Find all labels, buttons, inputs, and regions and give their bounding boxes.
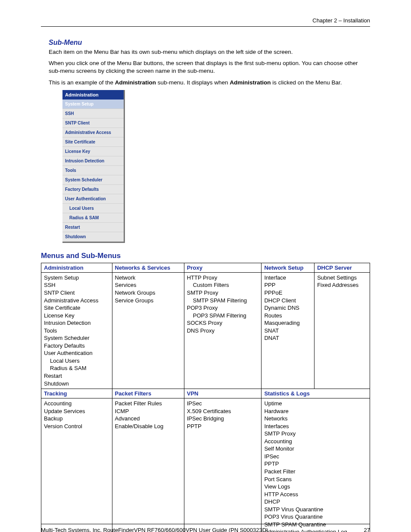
submenu-item[interactable]: Factory Defaults [62, 185, 124, 194]
col-header: Administration [41, 263, 112, 272]
cell-line: Factory Defaults [44, 342, 85, 349]
submenu-item[interactable]: System Scheduler [62, 175, 124, 185]
cell-line: System Setup [44, 274, 79, 281]
cell-line: X.509 Certificates [187, 408, 231, 414]
cell-line-indent: Local Users [44, 357, 109, 365]
table-cell: System Setup SSH SNTP Client Administrat… [41, 272, 112, 389]
col-header: VPN [184, 389, 262, 398]
submenu-item[interactable]: Intrusion Detection [62, 156, 124, 166]
paragraph: When you click one of the Menu Bar butto… [49, 59, 370, 75]
submenu-item[interactable]: System Setup [62, 100, 124, 109]
submenu-item[interactable]: SSH [62, 109, 124, 118]
menus-heading: Menus and Sub-Menus [41, 252, 370, 260]
cell-line: View Logs [264, 483, 290, 490]
footer-text: Multi-Tech Systems, Inc. RouteFinderVPN … [41, 527, 268, 532]
col-header: DHCP Server [314, 263, 370, 272]
col-header: Networks & Services [112, 263, 184, 272]
table-cell: IPSec X.509 Certificates IPSec Bridging … [184, 398, 262, 532]
col-header: Tracking [41, 389, 112, 398]
cell-line: Backup [44, 415, 62, 422]
cell-line: Routes [264, 312, 282, 319]
text: is clicked on the Menu Bar. [271, 79, 342, 86]
cell-line: PPPoE [264, 289, 282, 296]
submenu-item[interactable]: Shutdown [62, 232, 124, 242]
cell-line: Service Groups [115, 297, 154, 304]
cell-line: Intrusion Detection [44, 320, 90, 326]
submenu-subitem[interactable]: Radius & SAM [62, 213, 124, 223]
cell-line: SMTP Proxy [187, 289, 218, 296]
cell-line: Port Scans [264, 476, 292, 482]
cell-line: Network Groups [115, 289, 156, 296]
col-header: Network Setup [262, 263, 314, 272]
table-row: System Setup SSH SNTP Client Administrat… [41, 272, 370, 389]
table-cell: Network Services Network Groups Service … [112, 272, 184, 389]
cell-line: Site Certificate [44, 305, 81, 311]
cell-line: SMTP Virus Quarantine [264, 506, 323, 513]
col-header: Proxy [184, 263, 262, 272]
footer-rule [41, 524, 370, 524]
header-rule [41, 26, 370, 27]
cell-line: SMTP Proxy [264, 430, 296, 437]
table-cell: Accounting Update Services Backup Versio… [41, 398, 112, 532]
text: This is an example of the [49, 79, 115, 86]
submenu-panel: Administration System Setup SSH SNTP Cli… [62, 90, 125, 243]
cell-line: Restart [44, 373, 62, 379]
submenu-item[interactable]: User Authentication [62, 194, 124, 204]
cell-line: Administrative Access [44, 297, 98, 304]
col-header: Packet Filters [112, 389, 184, 398]
cell-line: Subnet Settings [317, 274, 357, 281]
cell-line: IPSec [264, 453, 279, 460]
cell-line: SNAT [264, 327, 279, 334]
table-cell: Uptime Hardware Networks Interfaces SMTP… [262, 398, 370, 532]
text-bold: Administration [230, 79, 271, 86]
cell-line: IPSec [187, 400, 202, 407]
cell-line: Self Monitor [264, 445, 294, 452]
cell-line: DNS Proxy [187, 327, 215, 334]
submenu-header: Administration [62, 90, 124, 100]
page-number: 27 [364, 527, 370, 532]
cell-line: Update Services [44, 408, 85, 414]
cell-line: Enable/Disable Log [115, 423, 164, 429]
paragraph: This is an example of the Administration… [49, 79, 370, 87]
cell-line: Shutdown [44, 380, 69, 387]
cell-line: Services [115, 282, 137, 288]
cell-line: Packet Filter [264, 468, 295, 475]
cell-line: SOCKS Proxy [187, 320, 222, 326]
cell-line-indent: Custom Filters [187, 281, 259, 289]
cell-line: License Key [44, 312, 75, 319]
page-footer: Multi-Tech Systems, Inc. RouteFinderVPN … [41, 524, 370, 532]
cell-line: Fixed Addresses [317, 282, 358, 288]
cell-line: Version Control [44, 423, 82, 429]
text: sub-menu. It displays when [156, 79, 230, 86]
cell-line: PPP [264, 282, 275, 288]
cell-line: Interfaces [264, 423, 289, 429]
table-cell: Interface PPP PPPoE DHCP Client Dynamic … [262, 272, 314, 389]
cell-line: Accounting [264, 438, 292, 445]
table-row: Accounting Update Services Backup Versio… [41, 398, 370, 532]
submenu-item[interactable]: Tools [62, 166, 124, 175]
cell-line: Advanced [115, 415, 140, 422]
chapter-label: Chapter 2 – Installation [41, 17, 370, 24]
cell-line: Packet Filter Rules [115, 400, 162, 407]
col-header: Statistics & Logs [262, 389, 370, 398]
submenu-item[interactable]: Administrative Access [62, 128, 124, 137]
submenu-item[interactable]: License Key [62, 147, 124, 156]
cell-line: Uptime [264, 400, 282, 407]
cell-line: System Scheduler [44, 335, 90, 341]
table-cell: HTTP Proxy Custom Filters SMTP Proxy SMT… [184, 272, 262, 389]
table-header-row: Administration Networks & Services Proxy… [41, 263, 370, 272]
sub-menu-heading: Sub-Menu [49, 39, 370, 47]
submenu-item[interactable]: Restart [62, 223, 124, 232]
cell-line-indent: Radius & SAM [44, 364, 109, 372]
cell-line: User Authentication [44, 350, 93, 356]
cell-line: Masquerading [264, 320, 299, 326]
submenu-item[interactable]: SNTP Client [62, 118, 124, 128]
cell-line: Interface [264, 274, 286, 281]
cell-line: HTTP Proxy [187, 274, 218, 281]
cell-line: POP3 Virus Quarantine [264, 513, 323, 520]
submenu-subitem[interactable]: Local Users [62, 204, 124, 213]
cell-line-indent: SMTP SPAM Filtering [187, 297, 259, 305]
cell-line: PPTP [264, 460, 279, 467]
submenu-item[interactable]: Site Certificate [62, 137, 124, 147]
cell-line: Tools [44, 327, 57, 334]
